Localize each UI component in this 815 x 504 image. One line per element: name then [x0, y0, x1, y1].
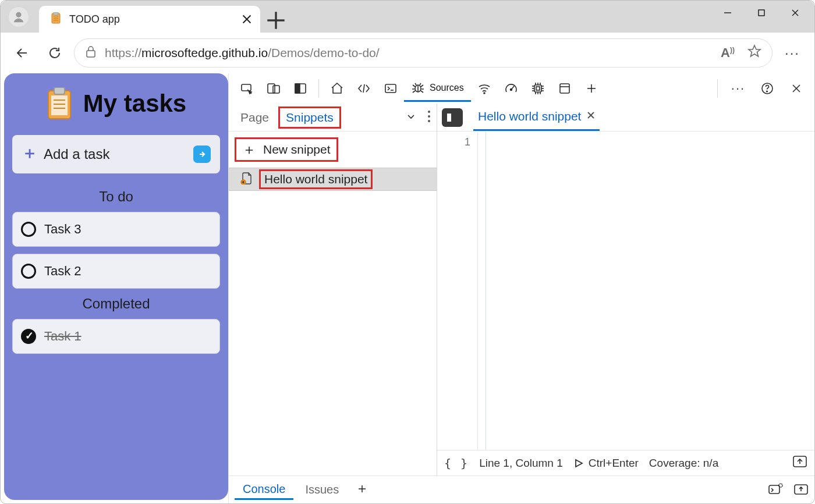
more-panels-button[interactable] — [578, 75, 605, 102]
panel-elements[interactable] — [350, 75, 377, 102]
add-task-submit-button[interactable] — [193, 145, 211, 163]
inspect-element-button[interactable] — [233, 75, 260, 102]
inspect-icon — [240, 81, 254, 95]
back-button[interactable] — [9, 40, 36, 66]
editor-tab-close[interactable] — [587, 111, 595, 122]
drawer-settings-button[interactable] — [768, 482, 783, 498]
address-bar[interactable]: https://microsoftedge.github.io/Demos/de… — [74, 38, 773, 68]
pretty-print-button[interactable]: { } — [444, 456, 469, 470]
svg-point-60 — [428, 115, 430, 118]
source-map-button[interactable] — [792, 455, 807, 471]
run-snippet-button[interactable]: Ctrl+Enter — [573, 457, 639, 470]
task-name: Task 2 — [44, 264, 82, 279]
panel-memory[interactable] — [525, 75, 551, 102]
tab-close-button[interactable] — [242, 14, 252, 24]
task-name: Task 3 — [44, 222, 82, 237]
panel-network[interactable] — [471, 75, 498, 102]
help-icon — [760, 81, 774, 95]
task-checkbox-checked[interactable] — [21, 329, 36, 344]
editor-tab-label: Hello world snippet — [478, 109, 581, 123]
dock-side-button[interactable] — [287, 75, 314, 102]
svg-rect-37 — [534, 85, 541, 92]
toggle-navigator-button[interactable] — [442, 108, 463, 127]
panel-sources[interactable]: Sources — [404, 75, 471, 102]
minimize-icon — [723, 8, 732, 17]
window-close-button[interactable] — [778, 1, 812, 25]
read-aloud-button[interactable]: A)) — [721, 45, 735, 61]
svg-rect-64 — [447, 113, 451, 122]
close-icon — [242, 14, 252, 24]
refresh-button[interactable] — [41, 40, 68, 66]
panel-left-icon — [447, 113, 458, 122]
run-shortcut: Ctrl+Enter — [589, 457, 639, 470]
panel-performance[interactable] — [498, 75, 525, 102]
close-icon — [791, 8, 800, 17]
profile-button[interactable] — [9, 7, 29, 27]
browser-window: TODO app https://microsoftedge.github.io… — [0, 0, 815, 504]
browser-tab[interactable]: TODO app — [39, 6, 260, 33]
line-gutter: 1 — [437, 132, 478, 450]
code-area[interactable] — [486, 132, 814, 450]
add-task-input[interactable]: ＋ Add a task — [12, 135, 220, 173]
task-checkbox[interactable] — [21, 222, 36, 237]
arrow-right-icon — [197, 149, 207, 159]
titlebar: TODO app — [1, 1, 814, 33]
svg-point-34 — [484, 93, 485, 94]
add-task-label: Add a task — [44, 146, 185, 162]
panel-welcome[interactable] — [324, 75, 350, 102]
task-item[interactable]: Task 2 — [12, 254, 220, 289]
drawer-tab-console[interactable]: Console — [235, 480, 293, 500]
new-tab-button[interactable] — [264, 8, 288, 33]
drawer-tab-issues[interactable]: Issues — [297, 481, 347, 499]
navigator-tab-snippets[interactable]: Snippets — [278, 107, 341, 129]
settings-menu-button[interactable]: ··· — [778, 45, 806, 61]
svg-point-73 — [779, 484, 782, 487]
new-snippet-button[interactable]: ＋ New snippet — [229, 132, 437, 168]
device-emulation-button[interactable] — [260, 75, 287, 102]
chevron-down-icon — [405, 111, 417, 122]
devtools-help-button[interactable] — [754, 75, 781, 102]
svg-line-29 — [363, 84, 364, 93]
svg-point-56 — [767, 91, 768, 92]
task-checkbox[interactable] — [21, 264, 36, 279]
svg-rect-18 — [54, 87, 65, 94]
snippet-item[interactable]: Hello world snippet — [229, 168, 437, 191]
app-icon — [558, 81, 572, 95]
devtools-close-button[interactable] — [783, 75, 810, 102]
navigator-more-button[interactable] — [427, 110, 431, 125]
minimize-button[interactable] — [711, 1, 745, 25]
panel-application[interactable] — [551, 75, 578, 102]
task-item[interactable]: Task 1 — [12, 319, 220, 354]
navigator-tabs-overflow[interactable] — [405, 111, 417, 125]
cursor-position: Line 1, Column 1 — [479, 457, 563, 470]
panel-console[interactable] — [377, 75, 404, 102]
lock-icon — [85, 45, 97, 61]
chip-icon — [531, 81, 545, 95]
snippet-file-icon — [240, 172, 252, 187]
svg-marker-68 — [576, 460, 582, 467]
drawer-expand-button[interactable] — [793, 482, 809, 498]
devtools-more-button[interactable]: ··· — [725, 75, 752, 102]
editor-tab[interactable]: Hello world snippet — [473, 104, 600, 131]
favorite-button[interactable] — [747, 44, 761, 62]
clipboard-icon — [46, 87, 73, 120]
devtools-drawer: Console Issues — [229, 475, 814, 503]
omnibox-actions: A)) — [721, 44, 761, 62]
console-icon — [384, 81, 398, 95]
code-editor[interactable]: 1 — [437, 132, 814, 450]
navigator-tab-page[interactable]: Page — [235, 108, 275, 127]
devtools: Sources ··· — [228, 73, 814, 503]
close-icon — [789, 81, 803, 95]
svg-rect-11 — [759, 10, 764, 16]
content: My tasks ＋ Add a task To do Task 3 Task … — [1, 73, 814, 503]
plus-icon — [584, 81, 598, 95]
maximize-icon — [757, 8, 766, 17]
maximize-button[interactable] — [745, 1, 778, 25]
task-item[interactable]: Task 3 — [12, 212, 220, 247]
svg-point-0 — [16, 12, 21, 17]
gauge-icon — [504, 81, 518, 95]
refresh-icon — [48, 46, 62, 60]
svg-rect-15 — [87, 51, 95, 57]
dots-icon: ··· — [731, 81, 745, 96]
drawer-add-tab[interactable] — [350, 483, 374, 497]
